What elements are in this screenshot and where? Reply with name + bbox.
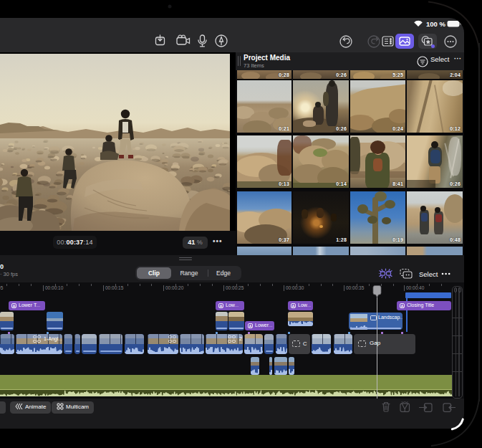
svg-text:Select: Select	[419, 270, 438, 278]
svg-text:100 %: 100 %	[426, 20, 445, 28]
